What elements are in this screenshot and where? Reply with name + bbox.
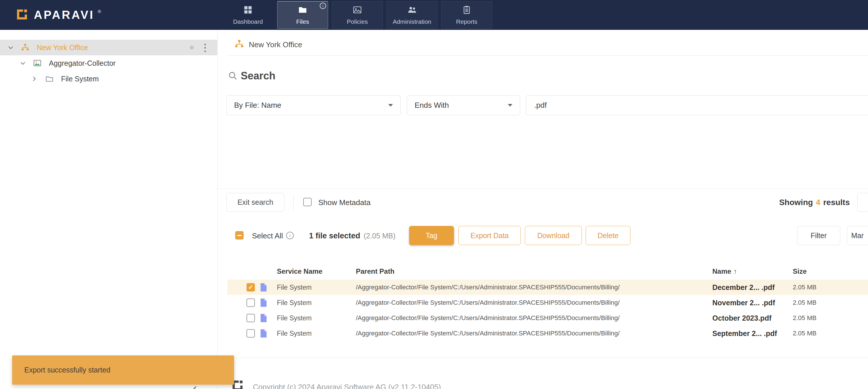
row-checkbox[interactable] bbox=[247, 329, 255, 337]
cell-parent-path: /Aggregator-Collector/File System/C:/Use… bbox=[356, 299, 620, 306]
brand-logo: APARAVI ® bbox=[16, 0, 103, 30]
tree-item-label: Aggregator-Collector bbox=[49, 59, 116, 67]
tree-sidebar: New York Office ⋮ Aggregator-Collector bbox=[0, 30, 218, 389]
tag-button-label: Tag bbox=[426, 231, 437, 240]
filter-button[interactable]: Filter bbox=[797, 226, 840, 245]
filter-label: Filter bbox=[811, 231, 827, 240]
chevron-down-icon bbox=[508, 104, 513, 107]
cell-file-size: 2.05 MB bbox=[793, 283, 816, 291]
operator-select[interactable]: Ends With bbox=[407, 95, 520, 115]
select-all-checkbox[interactable] bbox=[235, 231, 244, 240]
results-count-number: 4 bbox=[816, 198, 820, 207]
manage-columns-button-truncated[interactable]: Mar bbox=[847, 226, 868, 245]
chevron-down-icon[interactable] bbox=[20, 61, 26, 65]
delete-label: Delete bbox=[597, 231, 618, 240]
nav-label: Reports bbox=[456, 18, 477, 25]
delete-button[interactable]: Delete bbox=[586, 226, 630, 245]
search-query-input[interactable] bbox=[526, 95, 868, 115]
chevron-down-icon bbox=[388, 104, 393, 107]
collector-icon bbox=[33, 59, 42, 67]
selected-size: (2.05 MB) bbox=[364, 232, 396, 240]
cell-service-name: File System bbox=[277, 299, 312, 306]
column-header-parent-path[interactable]: Parent Path bbox=[356, 267, 394, 275]
main-nav: Dashboard i Files Policies Administrati bbox=[222, 1, 492, 29]
column-header-name-label: Name bbox=[712, 267, 731, 275]
copyright-text: Copyright (c) 2024 Aparavi Software AG (… bbox=[253, 383, 441, 389]
source-tree: New York Office ⋮ Aggregator-Collector bbox=[0, 40, 217, 87]
selected-count: 1 file selected bbox=[309, 231, 360, 241]
export-data-button[interactable]: Export Data bbox=[458, 226, 521, 245]
dashboard-icon bbox=[243, 5, 253, 16]
tree-item-label: New York Office bbox=[37, 44, 88, 52]
cell-parent-path: /Aggregator-Collector/File System/C:/Use… bbox=[356, 330, 620, 337]
toast-notification[interactable]: Export successfully started bbox=[12, 355, 234, 385]
divider bbox=[218, 189, 868, 189]
operator-select-value: Ends With bbox=[414, 101, 449, 110]
truncated-button[interactable] bbox=[857, 193, 868, 212]
column-header-name[interactable]: Name ↑ bbox=[712, 267, 737, 275]
tree-item-aggregator-collector[interactable]: Aggregator-Collector bbox=[0, 55, 217, 71]
field-select-value: By File: Name bbox=[234, 101, 281, 110]
row-checkbox[interactable] bbox=[247, 298, 255, 307]
nav-item-files[interactable]: i Files bbox=[277, 1, 328, 29]
nav-item-policies[interactable]: Policies bbox=[332, 1, 383, 29]
nav-label: Files bbox=[296, 18, 309, 25]
show-metadata-label: Show Metadata bbox=[318, 198, 371, 207]
chevron-down-icon[interactable] bbox=[8, 46, 13, 49]
select-all-label: Select All bbox=[252, 231, 283, 241]
brand-name: APARAVI bbox=[34, 8, 94, 22]
column-header-size[interactable]: Size bbox=[793, 267, 807, 275]
table-row[interactable]: File System /Aggregator-Collector/File S… bbox=[218, 295, 868, 310]
cell-file-size: 2.05 MB bbox=[793, 299, 816, 306]
tag-button[interactable]: Tag bbox=[409, 226, 454, 245]
registered-mark: ® bbox=[98, 9, 101, 14]
exit-search-button[interactable]: Exit search bbox=[226, 193, 284, 212]
nav-item-administration[interactable]: Administration bbox=[386, 1, 437, 29]
folder-icon bbox=[45, 75, 54, 83]
download-label: Download bbox=[537, 231, 569, 240]
nav-item-dashboard[interactable]: Dashboard bbox=[222, 1, 273, 29]
results-count-suffix: results bbox=[823, 198, 850, 207]
tree-item-new-york-office[interactable]: New York Office ⋮ bbox=[0, 40, 217, 55]
cell-parent-path: /Aggregator-Collector/File System/C:/Use… bbox=[356, 314, 620, 322]
vertical-divider bbox=[293, 195, 294, 210]
field-select[interactable]: By File: Name bbox=[226, 95, 401, 115]
row-checkbox[interactable] bbox=[247, 283, 255, 291]
administration-icon bbox=[407, 5, 417, 16]
files-icon bbox=[298, 5, 308, 16]
chevron-right-icon[interactable] bbox=[32, 76, 38, 81]
tree-item-label: File System bbox=[61, 75, 99, 83]
breadcrumb: New York Office bbox=[249, 40, 302, 49]
info-icon[interactable]: i bbox=[286, 232, 294, 239]
exit-search-label: Exit search bbox=[238, 198, 273, 206]
file-icon bbox=[260, 283, 267, 292]
divider bbox=[226, 55, 868, 56]
row-checkbox[interactable] bbox=[247, 314, 255, 322]
file-icon bbox=[260, 313, 267, 323]
main-content: New York Office Search By File: Name End… bbox=[218, 30, 868, 389]
cell-service-name: File System bbox=[277, 314, 312, 322]
nav-label: Dashboard bbox=[233, 18, 263, 25]
show-metadata-checkbox[interactable] bbox=[303, 198, 312, 206]
table-row[interactable]: File System /Aggregator-Collector/File S… bbox=[218, 310, 868, 326]
nav-label: Policies bbox=[347, 18, 368, 25]
selection-summary: 1 file selected (2.05 MB) bbox=[309, 231, 396, 241]
table-row[interactable]: File System /Aggregator-Collector/File S… bbox=[218, 326, 868, 341]
cell-file-name: October 2023.pdf bbox=[712, 314, 771, 322]
divider bbox=[218, 357, 868, 358]
info-icon[interactable]: i bbox=[320, 3, 326, 9]
hierarchy-icon bbox=[235, 39, 244, 50]
table-row[interactable]: File System /Aggregator-Collector/File S… bbox=[218, 279, 868, 295]
download-button[interactable]: Download bbox=[525, 226, 582, 245]
nav-item-reports[interactable]: Reports bbox=[441, 1, 492, 29]
cell-file-name: September 2... .pdf bbox=[712, 329, 777, 337]
sort-ascending-icon: ↑ bbox=[734, 267, 737, 275]
tree-item-file-system[interactable]: File System bbox=[0, 71, 217, 87]
column-header-service-name[interactable]: Service Name bbox=[277, 267, 322, 275]
kebab-menu-icon[interactable]: ⋮ bbox=[200, 43, 210, 52]
nav-label: Administration bbox=[393, 18, 431, 25]
page-title: Search bbox=[241, 70, 275, 82]
cell-file-name: November 2... .pdf bbox=[712, 298, 775, 307]
cell-service-name: File System bbox=[277, 329, 312, 337]
cell-file-name: December 2... .pdf bbox=[712, 283, 775, 291]
